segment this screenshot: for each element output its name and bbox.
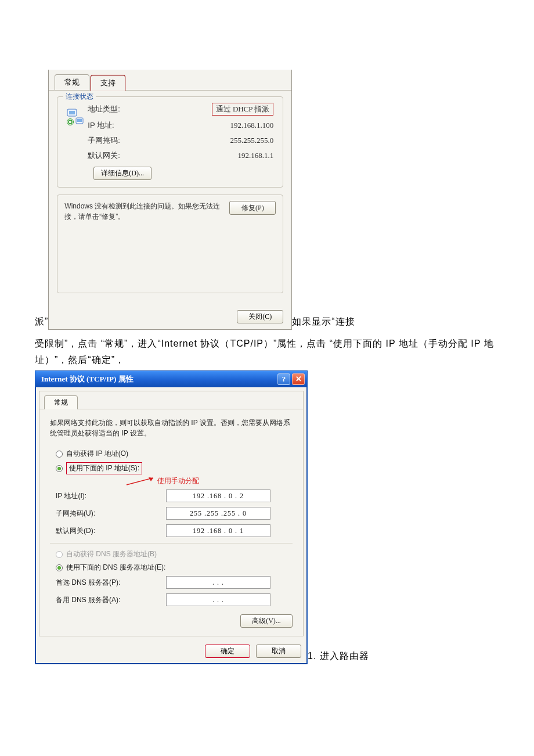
radio-manual-dns[interactable]: 使用下面的 DNS 服务器地址(E): bbox=[56, 563, 293, 573]
repair-text: Windows 没有检测到此连接的问题。如果您无法连接，请单击“修复”。 bbox=[64, 201, 222, 222]
svg-marker-7 bbox=[149, 477, 153, 481]
alt-dns-label: 备用 DNS 服务器(A): bbox=[56, 595, 166, 605]
gateway-input[interactable]: 192 .168 . 0 . 1 bbox=[166, 524, 270, 537]
tcpip-properties-dialog: Internet 协议 (TCP/IP) 属性 ? ✕ 常规 如果网络支持此功能… bbox=[35, 370, 308, 664]
doc-text-prefix: 派” bbox=[35, 314, 48, 330]
svg-point-2 bbox=[68, 120, 72, 124]
tab-support[interactable]: 支持 bbox=[91, 75, 125, 91]
svg-line-6 bbox=[127, 478, 153, 485]
tabstrip: 常规 支持 bbox=[49, 70, 291, 91]
close-button[interactable]: 关闭(C) bbox=[237, 310, 283, 323]
repair-group: Windows 没有检测到此连接的问题。如果您无法连接，请单击“修复”。 修复(… bbox=[57, 195, 283, 293]
network-icon bbox=[64, 107, 85, 127]
doc-paragraph: 受限制”，点击 “常规”，进入“Internet 协议（TCP/IP）”属性，点… bbox=[35, 336, 499, 368]
radio-manual-ip-label: 使用下面的 IP 地址(S): bbox=[66, 462, 142, 474]
connection-status-group: 连接状态 地址类型: bbox=[57, 96, 283, 188]
addr-type-label: 地址类型: bbox=[88, 104, 157, 114]
alt-dns-input[interactable]: . . . bbox=[166, 593, 270, 606]
dialog-title: Internet 协议 (TCP/IP) 属性 bbox=[41, 374, 134, 384]
pref-dns-input[interactable]: . . . bbox=[166, 576, 270, 589]
gw-label: 默认网关: bbox=[88, 150, 157, 161]
mask-value: 255.255.255.0 bbox=[157, 136, 276, 145]
cancel-button[interactable]: 取消 bbox=[256, 645, 301, 658]
svg-rect-5 bbox=[77, 119, 82, 122]
titlebar: Internet 协议 (TCP/IP) 属性 ? ✕ bbox=[35, 371, 307, 387]
radio-auto-dns: 自动获得 DNS 服务器地址(B) bbox=[56, 549, 293, 559]
doc-text-after: 1. 进入路由器 bbox=[308, 648, 369, 664]
close-icon[interactable]: ✕ bbox=[292, 373, 305, 385]
ip-value: 192.168.1.100 bbox=[157, 121, 276, 130]
ip-label: IP 地址: bbox=[88, 120, 157, 131]
connection-status-dialog: 常规 支持 连接状态 bbox=[48, 70, 292, 330]
ip-addr-input[interactable]: 192 .168 . 0 . 2 bbox=[166, 489, 270, 502]
radio-manual-dns-label: 使用下面的 DNS 服务器地址(E): bbox=[66, 563, 165, 573]
repair-button[interactable]: 修复(P) bbox=[229, 201, 276, 215]
pref-dns-label: 首选 DNS 服务器(P): bbox=[56, 578, 166, 588]
radio-disabled-icon bbox=[56, 551, 63, 558]
tab-general-2[interactable]: 常规 bbox=[44, 395, 78, 409]
svg-point-3 bbox=[67, 119, 74, 125]
gw-value: 192.168.1.1 bbox=[157, 151, 276, 160]
annotation-manual: 使用手动分配 bbox=[125, 476, 293, 486]
group-legend: 连接状态 bbox=[63, 92, 96, 102]
radio-auto-ip-label: 自动获得 IP 地址(O) bbox=[66, 449, 128, 459]
doc-text-suffix: 如果显示“连接 bbox=[292, 314, 355, 330]
radio-checked-icon-2 bbox=[56, 564, 63, 571]
radio-checked-icon bbox=[56, 465, 63, 472]
svg-rect-1 bbox=[69, 111, 75, 114]
description-text: 如果网络支持此功能，则可以获取自动指派的 IP 设置。否则，您需要从网络系统管理… bbox=[50, 417, 293, 438]
advanced-button[interactable]: 高级(V)... bbox=[240, 614, 293, 628]
gateway-label: 默认网关(D): bbox=[56, 526, 166, 536]
radio-auto-dns-label: 自动获得 DNS 服务器地址(B) bbox=[66, 549, 157, 559]
radio-auto-ip[interactable]: 自动获得 IP 地址(O) bbox=[56, 449, 293, 459]
details-button[interactable]: 详细信息(D)... bbox=[93, 167, 151, 180]
tab-general[interactable]: 常规 bbox=[55, 74, 89, 90]
ip-addr-label: IP 地址(I): bbox=[56, 491, 166, 501]
addr-type-value: 通过 DHCP 指派 bbox=[212, 103, 274, 116]
help-button[interactable]: ? bbox=[277, 373, 290, 385]
radio-icon bbox=[56, 451, 63, 458]
subnet-label: 子网掩码(U): bbox=[56, 509, 166, 519]
ok-button[interactable]: 确定 bbox=[205, 645, 250, 658]
mask-label: 子网掩码: bbox=[88, 135, 157, 146]
subnet-input[interactable]: 255 .255 .255 . 0 bbox=[166, 507, 270, 520]
radio-manual-ip[interactable]: 使用下面的 IP 地址(S): bbox=[56, 462, 293, 474]
